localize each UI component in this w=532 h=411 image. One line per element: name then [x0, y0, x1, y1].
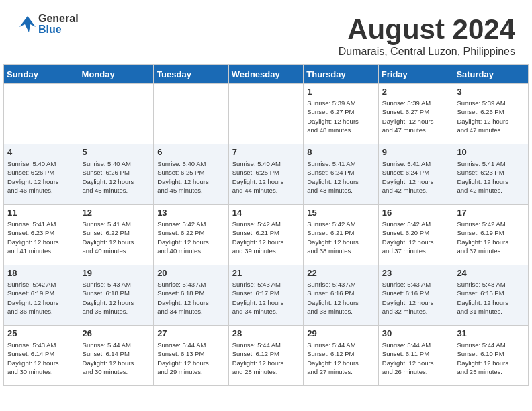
calendar-cell: 23Sunrise: 5:43 AM Sunset: 6:16 PM Dayli… [378, 265, 453, 326]
weekday-header-cell: Wednesday [228, 65, 304, 84]
logo-blue-text: Blue [38, 24, 79, 35]
day-number: 6 [157, 147, 225, 157]
calendar-table: SundayMondayTuesdayWednesdayThursdayFrid… [3, 64, 529, 386]
day-number: 3 [457, 87, 525, 97]
day-info: Sunrise: 5:43 AM Sunset: 6:14 PM Dayligh… [7, 340, 75, 376]
day-number: 26 [83, 328, 150, 338]
calendar-cell: 27Sunrise: 5:44 AM Sunset: 6:13 PM Dayli… [154, 326, 229, 386]
calendar-cell: 6Sunrise: 5:40 AM Sunset: 6:25 PM Daylig… [154, 144, 229, 205]
calendar-cell [79, 84, 154, 144]
calendar-week-row: 25Sunrise: 5:43 AM Sunset: 6:14 PM Dayli… [4, 326, 529, 386]
day-info: Sunrise: 5:42 AM Sunset: 6:21 PM Dayligh… [232, 220, 300, 255]
calendar-cell: 18Sunrise: 5:42 AM Sunset: 6:19 PM Dayli… [4, 265, 79, 326]
calendar-cell: 9Sunrise: 5:41 AM Sunset: 6:24 PM Daylig… [378, 144, 453, 205]
day-number: 14 [232, 208, 300, 218]
calendar-cell: 1Sunrise: 5:39 AM Sunset: 6:27 PM Daylig… [304, 84, 379, 144]
day-info: Sunrise: 5:41 AM Sunset: 6:23 PM Dayligh… [7, 220, 75, 255]
day-info: Sunrise: 5:43 AM Sunset: 6:15 PM Dayligh… [457, 280, 525, 316]
day-number: 8 [307, 147, 375, 157]
calendar-cell: 15Sunrise: 5:42 AM Sunset: 6:21 PM Dayli… [304, 205, 379, 265]
logo-bird-icon [17, 13, 38, 35]
day-info: Sunrise: 5:43 AM Sunset: 6:16 PM Dayligh… [382, 280, 450, 316]
weekday-header-row: SundayMondayTuesdayWednesdayThursdayFrid… [4, 65, 529, 84]
calendar-cell [228, 84, 304, 144]
calendar-cell: 24Sunrise: 5:43 AM Sunset: 6:15 PM Dayli… [453, 265, 529, 326]
day-number: 13 [157, 208, 225, 218]
day-number: 22 [307, 268, 375, 278]
calendar-cell: 8Sunrise: 5:41 AM Sunset: 6:24 PM Daylig… [304, 144, 379, 205]
day-number: 17 [457, 208, 525, 218]
calendar-title: August 2024 [339, 13, 515, 46]
day-info: Sunrise: 5:43 AM Sunset: 6:17 PM Dayligh… [232, 280, 300, 316]
day-info: Sunrise: 5:43 AM Sunset: 6:18 PM Dayligh… [83, 280, 150, 316]
calendar-cell: 26Sunrise: 5:44 AM Sunset: 6:14 PM Dayli… [79, 326, 154, 386]
title-section: August 2024 Dumarais, Central Luzon, Phi… [339, 13, 515, 58]
svg-marker-0 [19, 16, 36, 32]
weekday-header-cell: Saturday [453, 65, 529, 84]
day-info: Sunrise: 5:44 AM Sunset: 6:10 PM Dayligh… [457, 340, 525, 376]
weekday-header-cell: Monday [79, 65, 154, 84]
calendar-cell: 30Sunrise: 5:44 AM Sunset: 6:11 PM Dayli… [378, 326, 453, 386]
day-info: Sunrise: 5:43 AM Sunset: 6:18 PM Dayligh… [157, 280, 225, 316]
day-info: Sunrise: 5:42 AM Sunset: 6:21 PM Dayligh… [307, 220, 375, 255]
calendar-cell: 20Sunrise: 5:43 AM Sunset: 6:18 PM Dayli… [154, 265, 229, 326]
calendar-week-row: 18Sunrise: 5:42 AM Sunset: 6:19 PM Dayli… [4, 265, 529, 326]
day-info: Sunrise: 5:43 AM Sunset: 6:16 PM Dayligh… [307, 280, 375, 316]
calendar-cell: 21Sunrise: 5:43 AM Sunset: 6:17 PM Dayli… [228, 265, 304, 326]
calendar-cell [4, 84, 79, 144]
day-number: 4 [7, 147, 75, 157]
calendar-cell: 5Sunrise: 5:40 AM Sunset: 6:26 PM Daylig… [79, 144, 154, 205]
day-number: 29 [307, 328, 375, 338]
calendar-cell: 2Sunrise: 5:39 AM Sunset: 6:27 PM Daylig… [378, 84, 453, 144]
day-number: 25 [7, 328, 75, 338]
day-info: Sunrise: 5:44 AM Sunset: 6:13 PM Dayligh… [157, 340, 225, 376]
day-info: Sunrise: 5:40 AM Sunset: 6:26 PM Dayligh… [83, 159, 150, 195]
day-number: 30 [382, 328, 450, 338]
day-number: 24 [457, 268, 525, 278]
day-info: Sunrise: 5:42 AM Sunset: 6:19 PM Dayligh… [7, 280, 75, 316]
calendar-cell: 31Sunrise: 5:44 AM Sunset: 6:10 PM Dayli… [453, 326, 529, 386]
calendar-cell: 7Sunrise: 5:40 AM Sunset: 6:25 PM Daylig… [228, 144, 304, 205]
day-info: Sunrise: 5:40 AM Sunset: 6:25 PM Dayligh… [232, 159, 300, 195]
day-info: Sunrise: 5:44 AM Sunset: 6:12 PM Dayligh… [232, 340, 300, 376]
calendar-cell: 11Sunrise: 5:41 AM Sunset: 6:23 PM Dayli… [4, 205, 79, 265]
day-number: 18 [7, 268, 75, 278]
calendar-cell: 29Sunrise: 5:44 AM Sunset: 6:12 PM Dayli… [304, 326, 379, 386]
calendar-cell: 4Sunrise: 5:40 AM Sunset: 6:26 PM Daylig… [4, 144, 79, 205]
calendar-cell: 10Sunrise: 5:41 AM Sunset: 6:23 PM Dayli… [453, 144, 529, 205]
day-info: Sunrise: 5:41 AM Sunset: 6:24 PM Dayligh… [307, 159, 375, 195]
day-number: 19 [83, 268, 150, 278]
day-number: 27 [157, 328, 225, 338]
day-number: 7 [232, 147, 300, 157]
day-number: 20 [157, 268, 225, 278]
day-number: 16 [382, 208, 450, 218]
calendar-cell: 17Sunrise: 5:42 AM Sunset: 6:19 PM Dayli… [453, 205, 529, 265]
day-number: 10 [457, 147, 525, 157]
calendar-body: 1Sunrise: 5:39 AM Sunset: 6:27 PM Daylig… [4, 84, 529, 386]
calendar-cell: 19Sunrise: 5:43 AM Sunset: 6:18 PM Dayli… [79, 265, 154, 326]
day-info: Sunrise: 5:42 AM Sunset: 6:19 PM Dayligh… [457, 220, 525, 255]
calendar-week-row: 1Sunrise: 5:39 AM Sunset: 6:27 PM Daylig… [4, 84, 529, 144]
day-info: Sunrise: 5:41 AM Sunset: 6:22 PM Dayligh… [83, 220, 150, 255]
day-number: 23 [382, 268, 450, 278]
day-number: 9 [382, 147, 450, 157]
calendar-cell: 14Sunrise: 5:42 AM Sunset: 6:21 PM Dayli… [228, 205, 304, 265]
calendar-week-row: 11Sunrise: 5:41 AM Sunset: 6:23 PM Dayli… [4, 205, 529, 265]
day-info: Sunrise: 5:39 AM Sunset: 6:27 PM Dayligh… [307, 99, 375, 134]
day-info: Sunrise: 5:41 AM Sunset: 6:23 PM Dayligh… [457, 159, 525, 195]
day-info: Sunrise: 5:44 AM Sunset: 6:12 PM Dayligh… [307, 340, 375, 376]
day-info: Sunrise: 5:39 AM Sunset: 6:27 PM Dayligh… [382, 99, 450, 134]
calendar-cell: 12Sunrise: 5:41 AM Sunset: 6:22 PM Dayli… [79, 205, 154, 265]
day-number: 21 [232, 268, 300, 278]
day-info: Sunrise: 5:44 AM Sunset: 6:14 PM Dayligh… [83, 340, 150, 376]
weekday-header-cell: Thursday [304, 65, 379, 84]
calendar-cell: 22Sunrise: 5:43 AM Sunset: 6:16 PM Dayli… [304, 265, 379, 326]
calendar-week-row: 4Sunrise: 5:40 AM Sunset: 6:26 PM Daylig… [4, 144, 529, 205]
day-number: 5 [83, 147, 150, 157]
day-number: 28 [232, 328, 300, 338]
header: General Blue August 2024 Dumarais, Centr… [3, 3, 529, 64]
day-number: 12 [83, 208, 150, 218]
day-info: Sunrise: 5:40 AM Sunset: 6:25 PM Dayligh… [157, 159, 225, 195]
calendar-cell [154, 84, 229, 144]
day-info: Sunrise: 5:40 AM Sunset: 6:26 PM Dayligh… [7, 159, 75, 195]
